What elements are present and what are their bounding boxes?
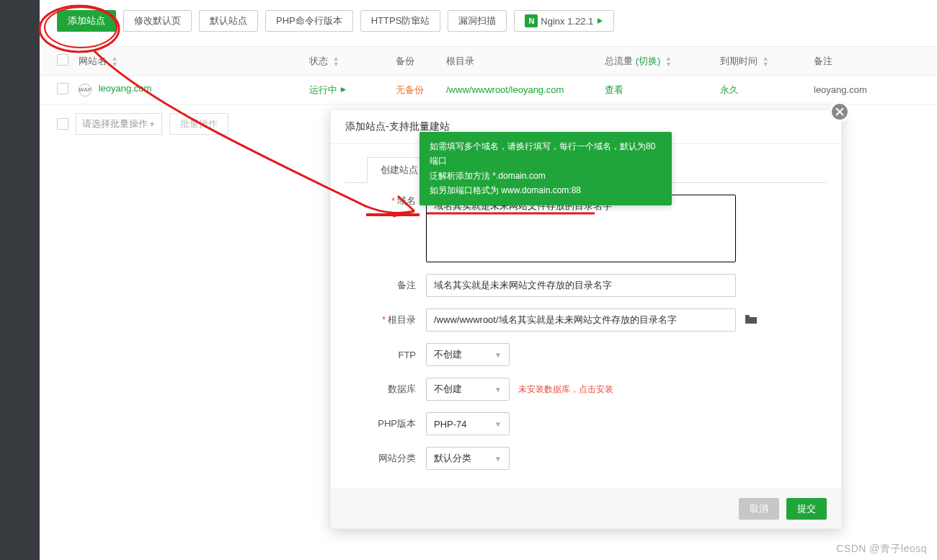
col-backup: 备份 [396, 55, 446, 68]
label-category: 网站分类 [360, 452, 426, 465]
root-link[interactable]: /www/wwwroot/leoyang.com [446, 84, 605, 95]
remark-text: leoyang.com [814, 84, 920, 95]
nginx-icon: N [525, 14, 538, 27]
php-select[interactable]: PHP-74 ▼ [426, 412, 510, 435]
remark-input[interactable] [426, 274, 736, 297]
modal-footer: 取消 提交 [331, 489, 841, 528]
chevron-down-icon: ▼ [494, 351, 502, 359]
label-ftp: FTP [360, 350, 426, 360]
php-value: PHP-74 [434, 419, 467, 430]
col-status-label: 状态 [309, 55, 328, 66]
batch-checkbox[interactable] [57, 118, 68, 130]
col-expire-label: 到期时间 [720, 55, 758, 66]
nginx-label: Nginx 1.22.1 [541, 16, 593, 27]
toolbar: 添加站点 修改默认页 默认站点 PHP命令行版本 HTTPS防窜站 漏洞扫描 N… [40, 0, 937, 46]
label-php: PHP版本 [360, 417, 426, 430]
watermark: CSDN @青子leosq [836, 543, 927, 556]
ftp-select[interactable]: 不创建 ▼ [426, 343, 510, 366]
table-header: 网站名 ▲▼ 状态 ▲▼ 备份 根目录 总流量 (切换) ▲▼ 到期时间 ▲▼ … [40, 46, 937, 76]
db-value: 不创建 [434, 383, 462, 396]
label-root: *根目录 [360, 314, 426, 326]
db-select[interactable]: 不创建 ▼ [426, 378, 510, 401]
status-label: 运行中 [309, 84, 337, 95]
nginx-button[interactable]: N Nginx 1.22.1 [514, 10, 614, 32]
row-category: 网站分类 默认分类 ▼ [360, 447, 812, 470]
col-root: 根目录 [446, 55, 605, 68]
close-icon [835, 107, 844, 116]
row-root: *根目录 [360, 308, 812, 332]
batch-select-label: 请选择批量操作 [82, 117, 148, 130]
db-install-link[interactable]: 未安装数据库，点击安装 [518, 383, 613, 396]
col-traffic-label: 总流量 [605, 55, 633, 66]
col-traffic[interactable]: 总流量 (切换) ▲▼ [605, 55, 720, 68]
category-value: 默认分类 [434, 452, 471, 465]
tooltip-line-2: 泛解析添加方法 *.domain.com [430, 169, 662, 183]
sort-caret-icon: ▲▼ [665, 55, 672, 67]
add-site-button[interactable]: 添加站点 [57, 10, 116, 32]
site-name-link[interactable]: leoyang.com [99, 83, 152, 94]
row-php: PHP版本 PHP-74 ▼ [360, 412, 812, 435]
expire-link[interactable]: 永久 [720, 84, 814, 97]
svg-marker-0 [598, 18, 603, 24]
label-db: 数据库 [360, 383, 426, 396]
label-remark: 备注 [360, 279, 426, 292]
play-icon [340, 86, 347, 93]
play-icon [596, 17, 603, 25]
cancel-button[interactable]: 取消 [739, 498, 779, 520]
col-remark: 备注 [814, 55, 920, 68]
ftp-value: 不创建 [434, 348, 462, 361]
table-row: WAF leoyang.com 运行中 无备份 /www/wwwroot/leo… [40, 76, 937, 105]
sort-caret-icon: ▲▼ [112, 55, 118, 67]
col-name[interactable]: 网站名 ▲▼ [79, 55, 309, 68]
php-cli-button[interactable]: PHP命令行版本 [265, 10, 353, 32]
https-defense-button[interactable]: HTTPS防窜站 [360, 10, 441, 32]
col-status[interactable]: 状态 ▲▼ [309, 55, 396, 68]
col-expire[interactable]: 到期时间 ▲▼ [720, 55, 814, 68]
sort-caret-icon: ▲▼ [333, 55, 339, 67]
tooltip-line-3: 如另加端口格式为 www.domain.com:88 [430, 183, 662, 197]
col-name-label: 网站名 [79, 55, 107, 66]
sort-caret-icon: ▲▼ [763, 55, 769, 67]
folder-icon[interactable] [745, 314, 758, 327]
svg-marker-1 [341, 86, 346, 92]
chevron-down-icon: ▼ [494, 386, 502, 394]
row-db: 数据库 不创建 ▼ 未安装数据库，点击安装 [360, 378, 812, 401]
row-ftp: FTP 不创建 ▼ [360, 343, 812, 366]
select-all-checkbox[interactable] [57, 54, 68, 66]
vuln-scan-button[interactable]: 漏洞扫描 [448, 10, 507, 32]
left-rail [0, 0, 40, 560]
traffic-switch-link[interactable]: (切换) [636, 55, 661, 66]
default-site-button[interactable]: 默认站点 [199, 10, 258, 32]
waf-icon: WAF [79, 84, 92, 97]
chevron-down-icon: ▼ [494, 455, 502, 463]
backup-link[interactable]: 无备份 [396, 84, 446, 97]
chevron-down-icon: ▼ [494, 420, 502, 428]
tooltip-line-1: 如需填写多个域名，请换行填写，每行一个域名，默认为80端口 [430, 139, 662, 169]
category-select[interactable]: 默认分类 ▼ [426, 447, 510, 470]
batch-select[interactable]: 请选择批量操作 ▼ [76, 113, 162, 135]
edit-default-page-button[interactable]: 修改默认页 [123, 10, 192, 32]
status-running[interactable]: 运行中 [309, 84, 396, 97]
root-input[interactable] [426, 308, 736, 332]
domain-tooltip: 如需填写多个域名，请换行填写，每行一个域名，默认为80端口 泛解析添加方法 *.… [419, 132, 672, 205]
label-domain: *域名 [360, 195, 426, 208]
form: *域名 域名其实就是未来网站文件存放的目录名字 备注 *根目录 FTP 不创建 … [331, 183, 841, 489]
row-remark: 备注 [360, 274, 812, 297]
row-checkbox[interactable] [57, 83, 68, 94]
traffic-link[interactable]: 查看 [605, 84, 720, 97]
submit-button[interactable]: 提交 [786, 498, 827, 520]
batch-action-button[interactable]: 批量操作 [169, 113, 228, 135]
close-button[interactable] [830, 102, 850, 122]
chevron-down-icon: ▼ [148, 120, 156, 128]
